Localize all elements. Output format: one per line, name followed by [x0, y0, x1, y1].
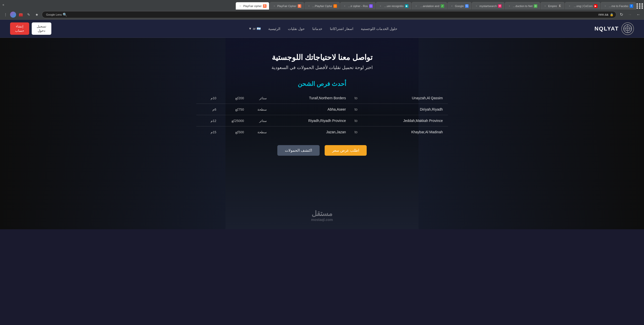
weight: 750كغ [219, 108, 244, 111]
tab-close-button[interactable]: × [603, 4, 607, 8]
discover-loads-button[interactable]: اكتشف الحمولات [277, 145, 320, 156]
site-header: NQLYAT حلول الخدمات اللوجستية اسعار اشتر… [0, 20, 644, 38]
days: 12م [201, 119, 216, 123]
truck-type: سطحة [247, 130, 267, 134]
browser-tab-t7[interactable]: ✓Free Translation and...× [412, 2, 447, 10]
tab-favicon: B [298, 4, 301, 8]
header-buttons: تسجيل دخول إنشاء حساب [10, 22, 51, 35]
browser-tab-t3[interactable]: EEmpire× [541, 2, 564, 10]
tab-favicon: ✓ [441, 4, 444, 8]
forward-button[interactable]: → [626, 11, 633, 18]
tab-close-button[interactable]: × [475, 4, 478, 8]
tab-close-button[interactable]: × [450, 4, 454, 8]
flag-icon: 🇦🇷 [257, 27, 261, 30]
nav-main[interactable]: الرئيسية [268, 27, 280, 31]
weight: 500كغ [219, 130, 244, 134]
days: 10م [201, 96, 216, 100]
tab-close-button[interactable]: × [508, 4, 511, 8]
from-city: Jeddah,Makkah Province [366, 119, 443, 123]
hero-title: تواصل معنا لاحتياجاتك اللوجستية [272, 53, 372, 62]
hero-subtitle: اختر لوحة تحميل نقليات لأفضل الحمولات في… [272, 65, 373, 70]
tab-favicon: ⬡ [333, 4, 337, 8]
tab-close-button[interactable]: × [568, 4, 571, 8]
tab-close-button[interactable]: × [238, 4, 242, 8]
tab-favicon: ⊙ [534, 4, 537, 8]
browser-tab-t8[interactable]: ◉signature recognitio...× [376, 2, 411, 10]
tabs-overflow-button[interactable]: » [1, 2, 6, 8]
tab-close-button[interactable]: × [414, 4, 418, 8]
reload-button[interactable]: ↻ [618, 11, 625, 18]
language-button[interactable]: 🇦🇷 ar ▼ [249, 27, 261, 30]
tab-label: Welcome to Facebo... [608, 5, 628, 8]
days: 15م [201, 130, 216, 134]
shipping-row: Jeddah,Makkah Province to Riyadh,Riyadh … [196, 115, 448, 126]
browser-chrome: fWelcome to Facebo...×▶Bath Song | CoCom… [0, 0, 644, 20]
bookmark-button[interactable]: ★ [33, 11, 40, 18]
nav-logistics[interactable]: اسعار اشتراكاتنا [330, 27, 353, 31]
browser-tab-t9[interactable]: ⬡Playfair cipher - Ros...× [340, 2, 375, 10]
shipping-row: Khaybar,Al Madinah to Jazan,Jazan سطحة 5… [196, 126, 448, 138]
tab-bar: fWelcome to Facebo...×▶Bath Song | CoCom… [0, 0, 644, 10]
tab-label: java - Playfair Ciphe... [312, 5, 332, 8]
tab-close-button[interactable]: × [379, 4, 382, 8]
tab-label: Introduction to Net... [512, 5, 533, 8]
menu-button[interactable]: ⋮ [2, 11, 9, 18]
security-icon: 🔒 [610, 13, 614, 16]
browser-tab-t5[interactable]: Mmystartsearch× [472, 2, 504, 10]
nav-about[interactable]: حول نقليات [288, 27, 305, 31]
lang-label: ar [253, 27, 256, 30]
to-city: Jazan,Jazan [269, 130, 346, 134]
shipping-row: Unayzah,Al Qassim to Turaif,Northern Bor… [196, 92, 448, 104]
browser-tab-t6[interactable]: GGoogle× [447, 2, 471, 10]
to-city: Abha,Aseer [269, 107, 346, 111]
to-word: to [349, 130, 364, 134]
to-word: to [349, 119, 364, 123]
request-price-button[interactable]: اطلب عرض سعر [325, 145, 367, 156]
tab-label: Bath Song | CoCom... [573, 5, 593, 8]
tab-favicon: ◉ [405, 4, 408, 8]
profile-avatar-button[interactable] [10, 12, 16, 18]
google-lens-label: Google Lens [46, 13, 62, 16]
browser-toolbar: ← → ↻ 🔒 nnn.sa 🔍 Google Lens ★ ✎ 🧰 ⋮ [0, 10, 644, 20]
browser-tab-t10[interactable]: ⬡java - Playfair Ciphe...× [305, 2, 340, 10]
tab-label: mystartsearch [479, 5, 497, 8]
tab-close-button[interactable]: × [273, 4, 276, 8]
browser-tab-t12[interactable]: BPlayFair cipher× [236, 2, 269, 10]
extensions-button[interactable]: 🧰 [17, 11, 24, 18]
weight: 25000كغ [219, 119, 244, 123]
login-button[interactable]: تسجيل دخول [32, 22, 51, 35]
tab-label: PlayFair cipher [243, 5, 261, 8]
site-navigation: حلول الخدمات اللوجستية اسعار اشتراكاتنا … [249, 27, 397, 31]
tab-close-button[interactable]: × [543, 4, 547, 8]
register-button[interactable]: إنشاء حساب [10, 22, 29, 35]
tab-favicon: ▶ [594, 4, 597, 8]
shipping-table: Unayzah,Al Qassim to Turaif,Northern Bor… [196, 92, 448, 138]
nav-home[interactable]: حلول الخدمات اللوجستية [361, 27, 397, 31]
logo-icon [621, 22, 634, 35]
browser-tab-t4[interactable]: ⊙Introduction to Net...× [505, 2, 540, 10]
back-button[interactable]: ← [635, 11, 642, 18]
apps-button[interactable] [636, 3, 643, 10]
tab-close-button[interactable]: × [343, 4, 347, 8]
nav-services[interactable]: خدماتنا [312, 27, 322, 31]
watermark: مستقل mostaql.com [311, 209, 333, 222]
shipping-section-title: أحدث فرص الشحن [298, 80, 346, 87]
website-content: NQLYAT حلول الخدمات اللوجستية اسعار اشتر… [0, 20, 644, 229]
truck-type: ستائر [247, 96, 267, 100]
to-city: Riyadh,Riyadh Province [269, 119, 346, 123]
days: 6م [201, 108, 216, 111]
browser-tab-t11[interactable]: BPlayFair Cipher× [270, 2, 304, 10]
browser-tab-t1[interactable]: fWelcome to Facebo...× [601, 2, 636, 10]
tab-favicon: ⬡ [369, 4, 373, 8]
tab-label: Empire [548, 5, 557, 8]
tab-favicon: B [263, 4, 267, 8]
tab-close-button[interactable]: × [307, 4, 311, 8]
from-city: Diriyah,Riyadh [366, 107, 443, 111]
profile-edit-button[interactable]: ✎ [25, 11, 32, 18]
from-city: Unayzah,Al Qassim [366, 96, 443, 100]
to-word: to [349, 107, 364, 111]
chevron-down-icon: ▼ [249, 27, 252, 30]
google-lens-button[interactable]: 🔍 Google Lens [45, 12, 68, 17]
browser-tab-t2[interactable]: ▶Bath Song | CoCom...× [565, 2, 600, 10]
address-bar[interactable]: 🔒 nnn.sa 🔍 Google Lens [42, 11, 616, 18]
